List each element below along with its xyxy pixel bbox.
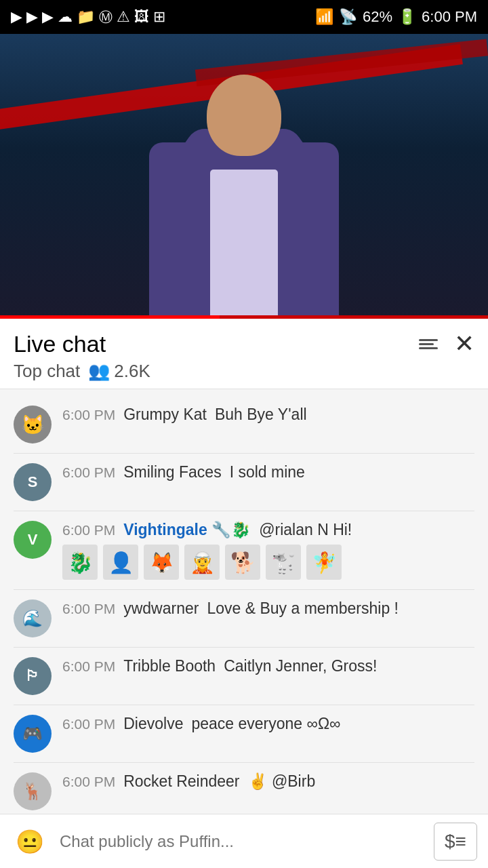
video-progress-fill	[0, 315, 220, 319]
message-time: 6:00 PM	[62, 407, 115, 423]
chat-message: 🎮6:00 PMDievolve peace everyone ∞Ω∞	[0, 705, 488, 762]
message-author: Tribble Booth	[123, 657, 216, 675]
battery-text: 62%	[363, 8, 392, 26]
emoji-sticker: 🦊	[144, 545, 179, 580]
avatar: V	[14, 521, 52, 559]
message-text: Caitlyn Jenner, Gross!	[224, 657, 377, 675]
message-meta: 6:00 PMSmiling Faces I sold mine	[62, 463, 474, 481]
status-bar: ▶ ▶ ▶ ☁ 📁 Ⓜ ⚠ 🖼 ⊞ 📶 📡 62% 🔋 6:00 PM	[0, 0, 488, 34]
message-text: Buh Bye Y'all	[215, 406, 307, 424]
message-content: 6:00 PMRocket Reindeer ✌ @Birb	[62, 772, 474, 793]
signal-icon: 📡	[339, 8, 357, 26]
message-content: 6:00 PMGrumpy Kat Buh Bye Y'all	[62, 406, 474, 427]
chat-header-top: Live chat ✕	[14, 330, 474, 358]
top-chat-label: Top chat	[14, 361, 80, 382]
chat-message: 🌊6:00 PMywdwarner Love & Buy a membershi…	[0, 590, 488, 647]
message-author: Rocket Reindeer	[123, 772, 239, 791]
video-content	[0, 34, 488, 319]
chat-message: V6:00 PMVightingale 🔧🐉 @rialan N Hi!🐉👤🦊🧝…	[0, 511, 488, 589]
chat-message: S6:00 PMSmiling Faces I sold mine	[0, 454, 488, 511]
superchat-icon: $≡	[445, 831, 466, 852]
close-button[interactable]: ✕	[454, 330, 474, 358]
mastodon-icon: Ⓜ	[99, 8, 113, 26]
chat-input-bar: 😐 $≡	[0, 814, 488, 868]
image-icon: 🖼	[134, 8, 149, 26]
viewer-count-value: 2.6K	[114, 361, 150, 382]
status-icons-left: ▶ ▶ ▶ ☁ 📁 Ⓜ ⚠ 🖼 ⊞	[11, 8, 165, 26]
presenter-suit	[149, 142, 339, 319]
folder-icon: 📁	[77, 8, 95, 26]
emoji-sticker: 🐕	[225, 545, 260, 580]
emoji-sticker: 🐉	[62, 545, 98, 580]
message-text: @rialan N Hi!	[259, 521, 352, 539]
message-meta: 6:00 PMVightingale 🔧🐉 @rialan N Hi!	[62, 521, 474, 539]
chat-message: 🦌6:00 PMRocket Reindeer ✌ @Birb	[0, 763, 488, 820]
viewer-count-row: 👥 2.6K	[88, 361, 150, 382]
message-content: 6:00 PMTribble Booth Caitlyn Jenner, Gro…	[62, 657, 474, 678]
presenter-figure	[129, 61, 359, 319]
emoji-sticker: 🧚	[306, 545, 342, 580]
avatar: S	[14, 463, 52, 501]
message-meta: 6:00 PMTribble Booth Caitlyn Jenner, Gro…	[62, 657, 474, 675]
avatar: 🌊	[14, 599, 52, 637]
message-content: 6:00 PMVightingale 🔧🐉 @rialan N Hi!🐉👤🦊🧝🐕…	[62, 521, 474, 580]
message-author: Vightingale 🔧🐉	[123, 521, 251, 539]
avatar: 🏳	[14, 657, 52, 695]
presenter-head	[207, 75, 281, 156]
cloud-icon: ☁	[58, 8, 73, 26]
emoji-sticker-row: 🐉👤🦊🧝🐕🐩🧚	[62, 545, 474, 580]
message-text: I sold mine	[230, 463, 305, 481]
status-icons-right: 📶 📡 62% 🔋 6:00 PM	[315, 8, 477, 26]
time-display: 6:00 PM	[422, 8, 477, 26]
emoji-face-icon: 😐	[16, 828, 44, 855]
presenter-shirt	[210, 170, 278, 319]
avatar: 🎮	[14, 715, 52, 753]
message-time: 6:00 PM	[62, 465, 115, 481]
battery-icon: 🔋	[398, 8, 416, 26]
people-icon: 👥	[88, 361, 110, 382]
emoji-sticker: 🐩	[266, 545, 301, 580]
message-time: 6:00 PM	[62, 658, 115, 675]
chat-sub-row: Top chat 👥 2.6K	[14, 361, 474, 382]
message-time: 6:00 PM	[62, 601, 115, 617]
wifi-icon: 📶	[315, 8, 333, 26]
grid-icon: ⊞	[153, 8, 165, 26]
message-author: Grumpy Kat	[123, 406, 207, 424]
warning-icon: ⚠	[117, 8, 130, 26]
message-text: peace everyone ∞Ω∞	[191, 715, 340, 733]
video-progress-bar[interactable]	[0, 315, 488, 319]
chat-message: 🏳6:00 PMTribble Booth Caitlyn Jenner, Gr…	[0, 648, 488, 705]
message-meta: 6:00 PMRocket Reindeer ✌ @Birb	[62, 772, 474, 791]
message-time: 6:00 PM	[62, 774, 115, 790]
message-author: ywdwarner	[123, 599, 199, 618]
message-content: 6:00 PMywdwarner Love & Buy a membership…	[62, 599, 474, 620]
emoji-picker-button[interactable]: 😐	[11, 823, 49, 861]
message-meta: 6:00 PMywdwarner Love & Buy a membership…	[62, 599, 474, 618]
avatar: 🦌	[14, 772, 52, 810]
chat-input-field[interactable]	[60, 823, 423, 861]
chat-message: 🐱6:00 PMGrumpy Kat Buh Bye Y'all	[0, 396, 488, 453]
avatar: 🐱	[14, 406, 52, 443]
message-author: Smiling Faces	[123, 463, 221, 481]
message-author: Dievolve	[123, 715, 183, 733]
message-meta: 6:00 PMGrumpy Kat Buh Bye Y'all	[62, 406, 474, 424]
emoji-sticker: 👤	[103, 545, 138, 580]
chat-messages-list: 🐱6:00 PMGrumpy Kat Buh Bye Y'allS6:00 PM…	[0, 389, 488, 827]
filter-icon[interactable]	[419, 339, 438, 349]
message-text: Love & Buy a membership !	[207, 599, 399, 618]
message-meta: 6:00 PMDievolve peace everyone ∞Ω∞	[62, 715, 474, 733]
superchat-button[interactable]: $≡	[434, 823, 477, 861]
youtube-icon: ▶	[11, 8, 22, 26]
message-time: 6:00 PM	[62, 522, 115, 538]
message-time: 6:00 PM	[62, 716, 115, 732]
message-content: 6:00 PMDievolve peace everyone ∞Ω∞	[62, 715, 474, 736]
youtube-icon3: ▶	[42, 8, 54, 26]
youtube-icon2: ▶	[26, 8, 38, 26]
chat-header: Live chat ✕ Top chat 👥 2.6K	[0, 319, 488, 389]
message-content: 6:00 PMSmiling Faces I sold mine	[62, 463, 474, 484]
video-player[interactable]	[0, 34, 488, 319]
message-text: ✌ @Birb	[248, 772, 316, 791]
emoji-sticker: 🧝	[184, 545, 220, 580]
live-chat-title: Live chat	[14, 331, 106, 357]
chat-controls: ✕	[419, 330, 474, 358]
